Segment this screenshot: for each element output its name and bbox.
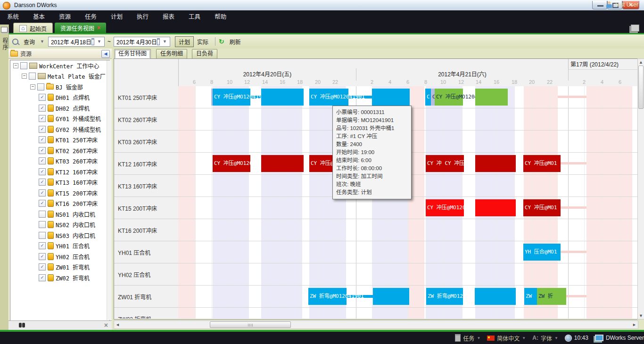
query-button[interactable]: 查询 [20, 37, 38, 47]
checkbox-checked[interactable]: ✓ [39, 115, 46, 122]
menu-item-8[interactable]: 工具 [182, 12, 207, 21]
panel-close-icon[interactable]: × [104, 321, 108, 329]
checkbox-checked[interactable]: ✓ [39, 126, 46, 133]
checkbox-checked[interactable]: ✓ [39, 94, 46, 101]
checkbox-checked[interactable]: ✓ [39, 136, 46, 143]
task-link-line[interactable] [559, 251, 586, 253]
tree-item[interactable]: ✓GY02 外桶成型机 [10, 124, 109, 135]
tree-scrollbar[interactable] [107, 60, 111, 320]
calendar-icon[interactable] [157, 38, 160, 45]
minimize-button[interactable] [592, 1, 607, 9]
tree-item[interactable]: ✓KT01 250T冲床 [10, 135, 109, 146]
menu-item-2[interactable]: 基本 [26, 12, 52, 21]
status-item-computer[interactable]: DWorks Server [595, 335, 644, 341]
tree-item[interactable]: ✓KT13 160T冲床 [10, 177, 109, 188]
horizontal-scrollbar-thumb[interactable] [210, 321, 291, 328]
checkbox-checked[interactable]: ✓ [39, 200, 46, 207]
tree-item[interactable]: ✓KT02 260T冲床 [10, 145, 109, 156]
task-bar[interactable] [261, 155, 304, 172]
date-to-field[interactable]: 2012年 4月30日 ▼ [114, 37, 170, 47]
plan-button[interactable]: 计划 [175, 36, 194, 47]
task-link-line[interactable] [559, 206, 586, 209]
task-bar[interactable]: YH 压合@MO1 [523, 244, 561, 261]
task-bar[interactable]: ZW 折弯@MO12041901 [426, 288, 463, 305]
task-bar[interactable]: ZW [524, 288, 538, 305]
task-link-line[interactable] [565, 295, 586, 297]
menu-item-5[interactable]: 计划 [104, 12, 130, 21]
checkbox-checked[interactable]: ✓ [39, 147, 46, 154]
date-from-dropdown-icon[interactable]: ▼ [97, 39, 101, 44]
tree-item[interactable]: ✓DH01 点焊机 [10, 92, 109, 103]
tree-item[interactable]: ✓GY01 外桶成型机 [10, 114, 109, 124]
task-bar[interactable]: ZW 折弯@MO12041901 [308, 288, 347, 305]
task-bar[interactable] [373, 288, 409, 305]
tab-home[interactable]: ⌂ 起始页 [13, 23, 53, 33]
checkbox-checked[interactable]: ✓ [39, 253, 46, 260]
checkbox-unchecked[interactable] [39, 211, 46, 218]
task-bar[interactable] [475, 155, 516, 172]
tab-resource-task-view[interactable]: 资源任务视图 × [55, 23, 106, 33]
refresh-button[interactable]: 刷新 [226, 37, 244, 47]
tree-item[interactable]: −Metal Plate 钣金厂 [10, 71, 109, 82]
tree-item[interactable]: ✓ZW02 折弯机 [10, 272, 109, 283]
status-item-font[interactable]: A:字体▼ [532, 334, 558, 342]
menu-item-4[interactable]: 任务 [78, 12, 104, 21]
task-link-line[interactable] [559, 162, 586, 164]
task-bar[interactable]: CY 冲 CY 冲压@MO12041904 [426, 155, 464, 172]
dropdown-icon[interactable]: ▼ [554, 336, 558, 340]
checkbox-unchecked[interactable] [39, 232, 46, 239]
task-bar[interactable] [372, 89, 410, 106]
task-bar[interactable] [475, 89, 508, 106]
checkbox-unchecked[interactable] [29, 73, 36, 80]
checkbox-checked[interactable]: ✓ [39, 274, 46, 281]
calendar-icon[interactable] [91, 38, 94, 45]
status-item-flag[interactable]: 简体中文▼ [487, 334, 526, 342]
scroll-right-icon[interactable]: ► [632, 322, 636, 327]
task-bar[interactable]: CY 冲压@MO12041903 [426, 199, 464, 216]
tab-close-icon[interactable]: × [97, 25, 100, 31]
task-bar[interactable]: CY 冲压@MO12041902 [435, 89, 463, 106]
actual-button[interactable]: 实际 [194, 37, 212, 47]
menu-item-9[interactable]: 帮助 [207, 12, 233, 21]
tree-item[interactable]: NS02 内收口机 [10, 220, 109, 230]
checkbox-unchecked[interactable] [20, 62, 27, 69]
tree-item[interactable]: NS01 内收口机 [10, 209, 109, 220]
scroll-down-icon[interactable]: ▼ [639, 313, 643, 318]
scroll-up-icon[interactable]: ▲ [639, 60, 643, 65]
task-bar[interactable] [261, 89, 304, 106]
menu-item-6[interactable]: 执行 [130, 12, 156, 21]
task-bar[interactable]: CY 冲压@MO12041904 [213, 155, 250, 172]
gantt-tab-3[interactable]: 日负荷 [192, 49, 217, 59]
status-item-clock[interactable]: 10:43 [565, 335, 588, 342]
scroll-left-icon[interactable]: ◄ [116, 322, 120, 327]
horizontal-scrollbar[interactable]: ◄ ► [114, 320, 638, 329]
checkbox-unchecked[interactable] [39, 221, 46, 228]
checkbox-checked[interactable]: ✓ [39, 189, 46, 197]
task-bar[interactable]: CY 冲压@MO12041901 [213, 89, 250, 106]
checkbox-checked[interactable]: ✓ [39, 168, 46, 175]
query-dropdown-icon[interactable]: ▼ [40, 39, 44, 44]
task-bar[interactable]: ZW 折 [537, 288, 566, 305]
tree-item[interactable]: −WorkCenter 工作中心 [10, 60, 109, 71]
menu-item-1[interactable]: 系统 [0, 12, 26, 21]
collapse-panel-button[interactable]: ◀ [101, 50, 110, 58]
date-from-field[interactable]: 2012年 4月18日 ▼ [48, 37, 105, 47]
vertical-scrollbar[interactable]: ▲ ▼ [637, 58, 644, 319]
vertical-scrollbar-thumb[interactable] [638, 66, 644, 109]
task-link-line[interactable] [558, 96, 586, 98]
tree-item[interactable]: ✓KT15 200T冲床 [10, 188, 109, 198]
collapsed-panel-strip[interactable]: 程序 [0, 25, 9, 330]
tree-item[interactable]: −BJ 钣金部 [10, 82, 109, 92]
tree-item[interactable]: ✓ZW01 折弯机 [10, 262, 109, 273]
checkbox-checked[interactable]: ✓ [39, 105, 46, 112]
task-bar[interactable] [475, 199, 516, 216]
status-item-clipboard[interactable]: 任务▼ [455, 334, 480, 342]
expand-collapse-icon[interactable]: − [13, 63, 18, 68]
checkbox-unchecked[interactable] [37, 83, 44, 90]
task-bar[interactable]: CY 冲压@MO1 [523, 155, 561, 172]
expand-collapse-icon[interactable]: − [30, 84, 35, 90]
tree-item[interactable]: NS03 内收口机 [10, 230, 109, 241]
tree-item[interactable]: ✓KT12 160T冲床 [10, 166, 109, 177]
dropdown-icon[interactable]: ▼ [522, 336, 526, 340]
gantt-tab-2[interactable]: 任务明细 [156, 49, 187, 59]
